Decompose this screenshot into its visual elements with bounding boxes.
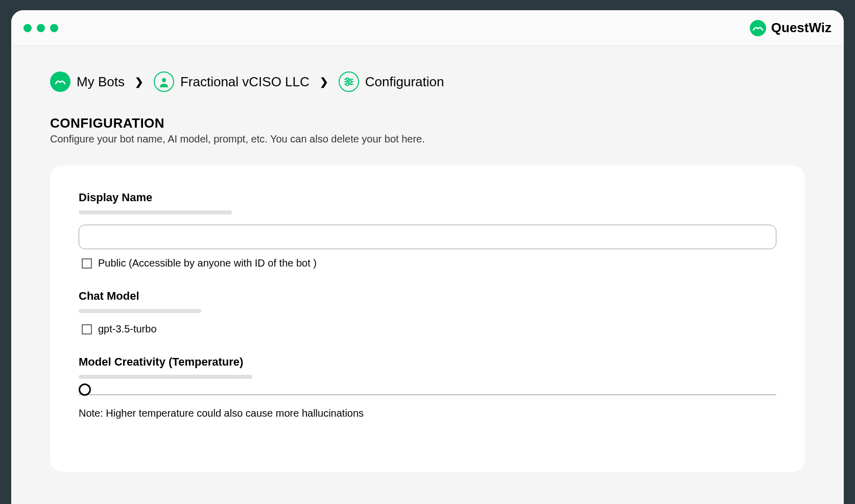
user-icon (154, 71, 174, 92)
svg-point-4 (349, 81, 351, 83)
temperature-note: Note: Higher temperature could also caus… (79, 407, 776, 419)
breadcrumb-bot-name-label: Fractional vCISO LLC (180, 74, 310, 90)
temperature-section: Model Creativity (Temperature) Note: Hig… (79, 355, 776, 419)
breadcrumb: My Bots ❯ Fractional vCISO LLC ❯ (50, 71, 805, 92)
public-checkbox[interactable] (82, 258, 92, 269)
display-name-input[interactable] (79, 225, 776, 249)
skeleton-placeholder (79, 210, 232, 214)
temperature-label: Model Creativity (Temperature) (79, 355, 776, 369)
titlebar: QuestWiz (11, 10, 844, 46)
chat-model-label: Chat Model (79, 290, 776, 303)
svg-point-6 (346, 83, 348, 86)
breadcrumb-my-bots-label: My Bots (77, 74, 125, 90)
maximize-window-button[interactable] (50, 24, 58, 32)
page-title: CONFIGURATION (50, 115, 805, 131)
close-window-button[interactable] (23, 24, 32, 32)
chat-model-checkbox[interactable] (82, 324, 92, 334)
chat-model-option-row: gpt-3.5-turbo (79, 323, 776, 335)
brand-name: QuestWiz (771, 20, 832, 36)
minimize-window-button[interactable] (37, 24, 45, 32)
temperature-slider[interactable] (79, 389, 776, 395)
content-area: My Bots ❯ Fractional vCISO LLC ❯ (11, 46, 844, 497)
brand-logo-icon (750, 20, 766, 36)
chat-model-section: Chat Model gpt-3.5-turbo (79, 290, 776, 335)
public-checkbox-row: Public (Accessible by anyone with ID of … (79, 257, 776, 269)
config-card: Display Name Public (Accessible by anyon… (50, 165, 805, 472)
slider-thumb[interactable] (79, 383, 91, 396)
display-name-label: Display Name (79, 191, 776, 204)
display-name-section: Display Name Public (Accessible by anyon… (79, 191, 776, 269)
traffic-lights (23, 24, 58, 32)
breadcrumb-bot-name[interactable]: Fractional vCISO LLC (154, 71, 310, 92)
slider-track (79, 394, 776, 395)
brand: QuestWiz (750, 20, 832, 36)
skeleton-placeholder (79, 375, 252, 379)
svg-point-2 (346, 78, 348, 81)
public-checkbox-label: Public (Accessible by anyone with ID of … (98, 257, 317, 269)
sliders-icon (339, 71, 359, 92)
chevron-right-icon: ❯ (320, 76, 328, 88)
skeleton-placeholder (79, 309, 201, 313)
bot-icon (50, 71, 70, 92)
chevron-right-icon: ❯ (135, 76, 144, 88)
breadcrumb-my-bots[interactable]: My Bots (50, 71, 125, 92)
app-window: QuestWiz My Bots ❯ Fr (11, 10, 844, 504)
page-subtitle: Configure your bot name, AI model, promp… (50, 133, 805, 145)
chat-model-option-label: gpt-3.5-turbo (98, 323, 157, 335)
breadcrumb-configuration-label: Configuration (365, 74, 444, 90)
svg-point-0 (162, 78, 166, 82)
breadcrumb-configuration[interactable]: Configuration (339, 71, 444, 92)
